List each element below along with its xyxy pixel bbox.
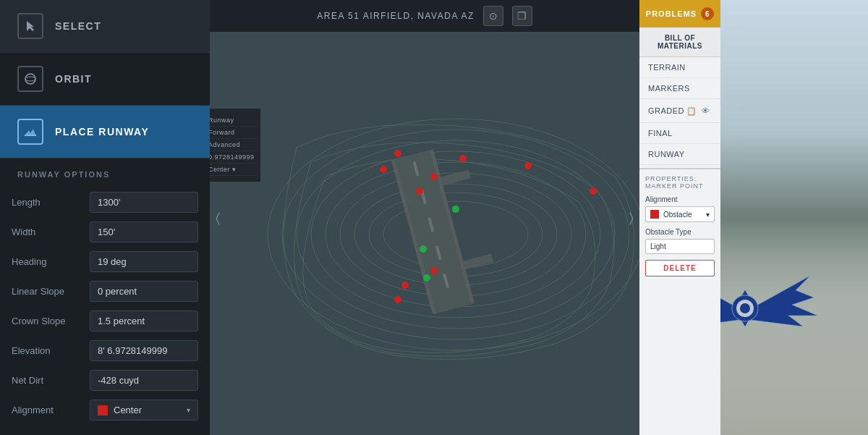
bom-label: BILL OF MATERIALS	[658, 34, 702, 50]
right-panel: PROBLEMS 6 BILL OF MATERIALS TERRAIN MAR…	[639, 0, 720, 435]
alignment-prop-color	[650, 210, 659, 219]
bom-button[interactable]: BILL OF MATERIALS	[639, 28, 720, 57]
panel-item-markers[interactable]: MARKERS	[639, 78, 720, 99]
nav-arrow-right[interactable]: 〉	[629, 210, 634, 225]
orbit-label: ORBIT	[55, 73, 92, 85]
graded-eye-icon[interactable]: 👁	[700, 105, 712, 117]
terrain-map[interactable]	[210, 32, 639, 435]
camera-icon-btn[interactable]: ⊙	[483, 6, 503, 26]
terrain-svg	[210, 32, 639, 435]
net-dirt-value[interactable]: -428 cuyd	[90, 370, 198, 391]
terrain-label: TERRAIN	[648, 63, 686, 72]
markers-label: MARKERS	[648, 84, 690, 93]
heading-label: Heading	[12, 256, 84, 267]
elevation-label: Elevation	[12, 345, 84, 356]
alignment-select-inner: Obstacle	[650, 210, 692, 219]
map-topbar: AREA 51 AIRFIELD, NAVADA AZ ⊙ ❐	[210, 0, 639, 32]
svg-point-23	[380, 166, 387, 173]
svg-point-33	[420, 245, 427, 253]
alignment-selected: Obstacle	[663, 211, 692, 219]
svg-point-2	[740, 303, 750, 313]
map-title: AREA 51 AIRFIELD, NAVADA AZ	[317, 11, 474, 21]
context-panel: Runway Forward Advanced 0.9728149999 Cen…	[203, 109, 260, 182]
width-row: Width 150'	[0, 217, 210, 247]
copy-icon-btn[interactable]: ❐	[512, 6, 532, 26]
length-value[interactable]: 1300'	[90, 192, 198, 213]
alignment-chevron-icon: ▾	[706, 211, 710, 219]
panel-item-final[interactable]: FINAL	[639, 123, 720, 144]
panel-item-graded[interactable]: GRADED 📋 👁	[639, 99, 720, 123]
crown-slope-row: Crown Slope 1.5 percent	[0, 306, 210, 336]
problems-label: PROBLEMS	[646, 9, 697, 18]
orbit-icon	[17, 66, 43, 92]
problems-badge: 6	[701, 7, 714, 20]
alignment-prop-label: Alignment	[645, 195, 715, 203]
alignment-value: Center	[114, 405, 181, 415]
svg-point-36	[25, 77, 35, 81]
properties-title: PROPERTIES: MARKER POINT	[645, 175, 715, 190]
svg-point-29	[430, 267, 438, 274]
select-icon	[17, 13, 43, 39]
linear-slope-label: Linear Slope	[12, 286, 84, 297]
svg-point-24	[416, 187, 423, 195]
panel-item-terrain[interactable]: TERRAIN	[639, 57, 720, 78]
ctx-advanced: Advanced	[205, 139, 258, 151]
sidebar: SELECT ORBIT PLACE RUNWAY RUNWAY OPTIONS…	[0, 0, 210, 435]
place-runway-icon	[17, 119, 43, 145]
map-viewport[interactable]: AREA 51 AIRFIELD, NAVADA AZ ⊙ ❐	[210, 0, 639, 435]
alignment-prop-select[interactable]: Obstacle ▾	[645, 206, 715, 222]
svg-point-35	[25, 74, 35, 84]
svg-point-31	[394, 296, 401, 303]
ctx-elevation: 0.9728149999	[205, 151, 258, 164]
elevation-value[interactable]: 8' 6.9728149999	[90, 340, 198, 361]
width-label: Width	[12, 227, 84, 237]
length-label: Length	[12, 197, 84, 208]
alignment-label: Alignment	[12, 405, 84, 415]
net-dirt-label: Net Dirt	[12, 375, 84, 386]
net-dirt-row: Net Dirt -428 cuyd	[0, 366, 210, 395]
svg-point-25	[430, 173, 438, 180]
length-row: Length 1300'	[0, 187, 210, 217]
linear-slope-value[interactable]: 0 percent	[90, 281, 198, 302]
heading-row: Heading 19 deg	[0, 247, 210, 276]
ctx-forward: Forward	[205, 127, 258, 139]
svg-point-22	[394, 150, 401, 157]
alignment-chevron-icon: ▾	[187, 406, 190, 414]
svg-rect-37	[25, 135, 36, 136]
panel-item-runway[interactable]: RUNWAY	[639, 144, 720, 165]
select-button[interactable]: SELECT	[0, 0, 210, 53]
runway-options-section: RUNWAY OPTIONS Length 1300' Width 150' H…	[0, 159, 210, 435]
alignment-row: Alignment Center ▾	[0, 395, 210, 425]
svg-point-32	[452, 206, 459, 213]
crown-slope-value[interactable]: 1.5 percent	[90, 311, 198, 331]
width-value[interactable]: 150'	[90, 221, 198, 242]
svg-point-27	[524, 162, 532, 169]
problems-button[interactable]: PROBLEMS 6	[639, 0, 720, 28]
linear-slope-row: Linear Slope 0 percent	[0, 276, 210, 306]
graded-icons: 📋 👁	[686, 105, 712, 117]
delete-button[interactable]: DELETE	[645, 260, 715, 276]
final-label: FINAL	[648, 129, 673, 138]
ctx-center: Center ▾	[205, 164, 258, 176]
elevation-row: Elevation 8' 6.9728149999	[0, 336, 210, 366]
graded-copy-icon[interactable]: 📋	[686, 105, 697, 117]
graded-label: GRADED	[648, 106, 684, 115]
place-runway-label: PLACE RUNWAY	[55, 126, 149, 138]
nav-arrow-left[interactable]: 〈	[216, 210, 220, 225]
orbit-button[interactable]: ORBIT	[0, 53, 210, 106]
runway-label: RUNWAY	[648, 150, 685, 159]
svg-point-30	[401, 282, 409, 289]
alignment-dropdown[interactable]: Center ▾	[90, 400, 198, 421]
heading-value[interactable]: 19 deg	[90, 251, 198, 272]
obstacle-type-value: Light	[650, 242, 666, 250]
section-title: RUNWAY OPTIONS	[0, 170, 210, 187]
select-label: SELECT	[55, 20, 101, 32]
ctx-runway: Runway	[205, 114, 258, 127]
place-runway-button[interactable]: PLACE RUNWAY	[0, 106, 210, 159]
obstacle-type-label: Obstacle Type	[645, 228, 715, 236]
obstacle-type-select: Light	[645, 239, 715, 254]
crown-slope-label: Crown Slope	[12, 316, 84, 326]
svg-point-26	[459, 155, 467, 162]
properties-panel: PROPERTIES: MARKER POINT Alignment Obsta…	[639, 168, 720, 282]
alignment-color-box	[98, 405, 108, 415]
